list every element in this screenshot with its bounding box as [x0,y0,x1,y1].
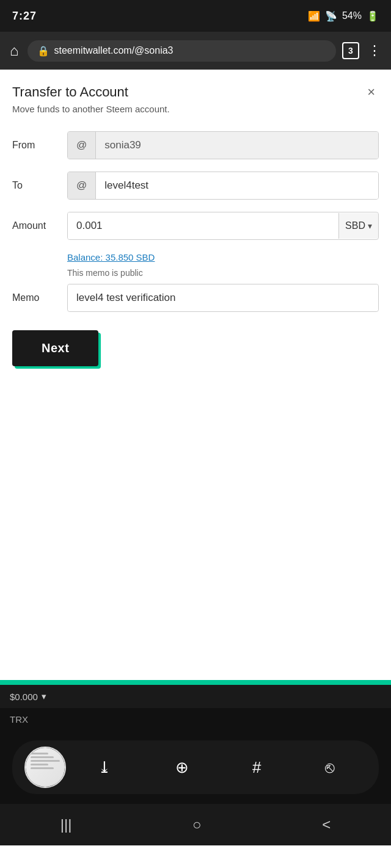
to-label: To [12,180,67,191]
currency-label: SBD [345,220,365,231]
home-nav-button[interactable]: ○ [180,814,214,836]
currency-select[interactable]: SBD ▾ [338,213,378,239]
main-content: Transfer to Account × Move funds to anot… [0,70,391,558]
price-dropdown-arrow[interactable]: ▾ [42,691,46,702]
to-field-row: To @ [12,172,379,200]
from-at-symbol: @ [68,132,96,159]
thumb-line-1 [31,753,48,754]
memo-input[interactable] [68,284,378,311]
page-spacer [0,558,391,680]
next-button[interactable]: Next [12,330,98,366]
thumbnail-inner [26,748,65,787]
from-input-wrapper: @ [67,131,379,159]
recent-apps-button[interactable]: ||| [48,814,84,836]
back-button[interactable]: < [310,814,343,836]
dialog-subtitle: Move funds to another Steem account. [12,104,379,114]
price-bar: $0.000 ▾ [0,685,391,708]
add-icon[interactable]: ⊕ [170,753,194,782]
system-nav-bar: ||| ○ < [0,804,391,845]
bottom-actions: ⤓ ⊕ # ⎋ [66,753,367,782]
battery-text: 54% [342,10,362,21]
from-label: From [12,140,67,151]
download-icon[interactable]: ⤓ [93,753,116,782]
from-input [96,132,378,159]
close-button[interactable]: × [364,84,379,100]
bottom-overlay: ⤓ ⊕ # ⎋ [12,740,379,794]
trx-label: TRX [10,714,28,725]
home-button[interactable]: ⌂ [7,40,21,62]
price-value: $0.000 [10,692,38,702]
lock-icon: 🔒 [37,45,49,57]
url-bar[interactable]: 🔒 steemitwallet.com/@sonia3 [27,40,337,62]
share-icon[interactable]: ⎋ [320,753,340,782]
status-bar: 7:27 📶 📡 54% 🔋 [0,0,391,32]
signal-icon: 📡 [325,10,337,22]
currency-dropdown-arrow: ▾ [368,221,372,231]
dialog-header: Transfer to Account × [12,84,379,100]
hashtag-icon[interactable]: # [247,753,266,782]
memo-field-row: Memo [12,284,379,312]
thumb-line-4 [31,764,48,765]
page-thumbnail[interactable] [24,747,66,788]
trx-bar: TRX [0,708,391,731]
amount-wrapper: SBD ▾ [67,212,379,240]
status-time: 7:27 [12,10,37,23]
dialog-title: Transfer to Account [12,84,128,100]
next-button-container: Next [12,330,379,366]
amount-field-row: Amount SBD ▾ [12,212,379,240]
status-right: 📶 📡 54% 🔋 [308,10,379,22]
battery-icon: 🔋 [367,10,379,22]
to-at-symbol: @ [68,172,96,199]
wifi-icon: 📶 [308,10,320,22]
balance-text[interactable]: Balance: 35.850 SBD [67,252,155,262]
thumb-line-5 [31,767,54,769]
to-input-wrapper[interactable]: @ [67,172,379,200]
tab-count-badge[interactable]: 3 [342,42,359,59]
memo-label: Memo [12,292,67,303]
browser-menu-button[interactable]: ⋮ [365,40,384,61]
teal-strip [0,680,391,685]
browser-bar: ⌂ 🔒 steemitwallet.com/@sonia3 3 ⋮ [0,32,391,70]
url-text: steemitwallet.com/@sonia3 [54,45,327,56]
thumb-line-3 [31,760,60,762]
balance-row: Balance: 35.850 SBD [67,252,379,263]
amount-label: Amount [12,220,67,231]
memo-notice: This memo is public [67,268,379,278]
from-field-row: From @ [12,131,379,159]
bottom-overlay-container: ⤓ ⊕ # ⎋ [0,731,391,804]
amount-input[interactable] [68,212,338,239]
memo-wrapper[interactable] [67,284,379,312]
to-input[interactable] [96,172,378,199]
thumb-line-2 [31,756,54,758]
